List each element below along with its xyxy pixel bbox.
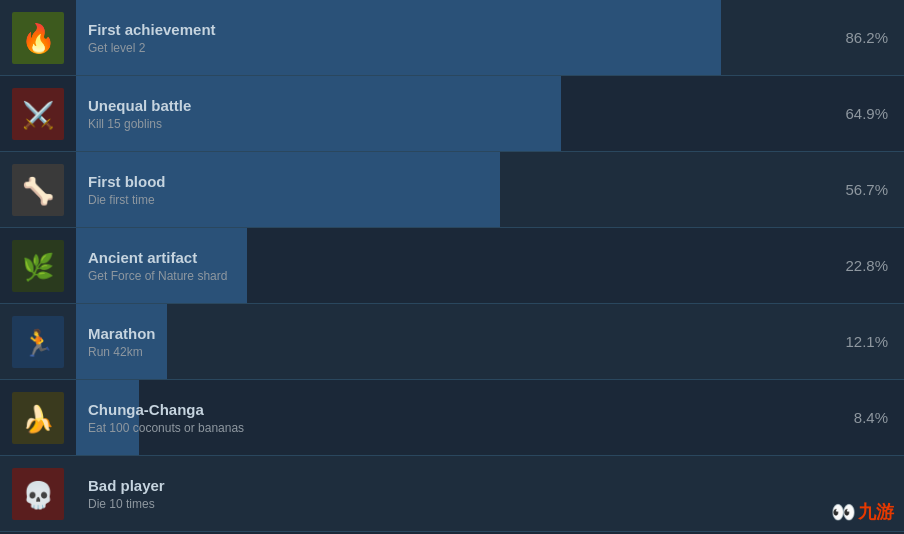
achievement-row-unequal-battle: ⚔️Unequal battleKill 15 goblins64.9% bbox=[0, 76, 904, 152]
achievement-icon-marathon: 🏃 bbox=[4, 308, 72, 376]
achievement-info-ancient-artifact: Ancient artifactGet Force of Nature shar… bbox=[76, 228, 824, 303]
achievement-desc-first-blood: Die first time bbox=[88, 193, 812, 207]
svg-text:🌿: 🌿 bbox=[22, 251, 55, 283]
achievement-icon-bad-player: 💀 bbox=[4, 460, 72, 528]
progress-bar-unequal-battle bbox=[76, 76, 561, 151]
achievement-percent-ancient-artifact: 22.8% bbox=[824, 257, 904, 274]
watermark-eyes: 👀 bbox=[831, 500, 856, 524]
achievement-icon-ancient-artifact: 🌿 bbox=[4, 232, 72, 300]
achievement-name-unequal-battle: Unequal battle bbox=[88, 97, 812, 114]
achievement-info-first-blood: First bloodDie first time bbox=[76, 152, 824, 227]
achievement-icon-chunga-changa: 🍌 bbox=[4, 384, 72, 452]
progress-bar-marathon bbox=[76, 304, 167, 379]
achievement-desc-chunga-changa: Eat 100 coconuts or bananas bbox=[88, 421, 812, 435]
achievement-info-bad-player: Bad playerDie 10 times bbox=[76, 456, 824, 531]
achievement-percent-first-blood: 56.7% bbox=[824, 181, 904, 198]
achievement-desc-ancient-artifact: Get Force of Nature shard bbox=[88, 269, 812, 283]
achievement-percent-unequal-battle: 64.9% bbox=[824, 105, 904, 122]
achievement-icon-first-blood: 🦴 bbox=[4, 156, 72, 224]
svg-text:🏃: 🏃 bbox=[22, 327, 55, 359]
progress-bar-first-blood bbox=[76, 152, 500, 227]
achievement-row-ancient-artifact: 🌿Ancient artifactGet Force of Nature sha… bbox=[0, 228, 904, 304]
achievement-info-first-achievement: First achievementGet level 2 bbox=[76, 0, 824, 75]
achievement-name-first-blood: First blood bbox=[88, 173, 812, 190]
achievement-name-first-achievement: First achievement bbox=[88, 21, 812, 38]
achievement-name-marathon: Marathon bbox=[88, 325, 812, 342]
achievement-row-bad-player: 💀Bad playerDie 10 times bbox=[0, 456, 904, 532]
watermark: 👀 九游 bbox=[831, 500, 894, 524]
svg-text:💀: 💀 bbox=[22, 479, 55, 511]
achievement-icon-unequal-battle: ⚔️ bbox=[4, 80, 72, 148]
achievement-info-marathon: MarathonRun 42km bbox=[76, 304, 824, 379]
svg-text:⚔️: ⚔️ bbox=[22, 99, 55, 131]
achievement-desc-marathon: Run 42km bbox=[88, 345, 812, 359]
progress-bar-first-achievement bbox=[76, 0, 721, 75]
achievement-desc-unequal-battle: Kill 15 goblins bbox=[88, 117, 812, 131]
achievement-desc-bad-player: Die 10 times bbox=[88, 497, 812, 511]
achievement-percent-marathon: 12.1% bbox=[824, 333, 904, 350]
achievement-name-bad-player: Bad player bbox=[88, 477, 812, 494]
achievement-icon-first-achievement: 🔥 bbox=[4, 4, 72, 72]
svg-text:🦴: 🦴 bbox=[22, 175, 55, 207]
svg-text:🍌: 🍌 bbox=[22, 403, 55, 435]
achievement-info-chunga-changa: Chunga-ChangaEat 100 coconuts or bananas bbox=[76, 380, 824, 455]
achievement-info-unequal-battle: Unequal battleKill 15 goblins bbox=[76, 76, 824, 151]
achievement-list: 🔥First achievementGet level 286.2% ⚔️Une… bbox=[0, 0, 904, 534]
watermark-text: 九游 bbox=[858, 500, 894, 524]
achievement-desc-first-achievement: Get level 2 bbox=[88, 41, 812, 55]
progress-bar-chunga-changa bbox=[76, 380, 139, 455]
achievement-row-marathon: 🏃MarathonRun 42km12.1% bbox=[0, 304, 904, 380]
achievement-row-chunga-changa: 🍌Chunga-ChangaEat 100 coconuts or banana… bbox=[0, 380, 904, 456]
achievement-row-first-blood: 🦴First bloodDie first time56.7% bbox=[0, 152, 904, 228]
achievement-name-ancient-artifact: Ancient artifact bbox=[88, 249, 812, 266]
progress-bar-ancient-artifact bbox=[76, 228, 247, 303]
achievement-name-chunga-changa: Chunga-Changa bbox=[88, 401, 812, 418]
svg-text:🔥: 🔥 bbox=[21, 22, 56, 55]
achievement-percent-chunga-changa: 8.4% bbox=[824, 409, 904, 426]
achievement-percent-first-achievement: 86.2% bbox=[824, 29, 904, 46]
achievement-row-first-achievement: 🔥First achievementGet level 286.2% bbox=[0, 0, 904, 76]
